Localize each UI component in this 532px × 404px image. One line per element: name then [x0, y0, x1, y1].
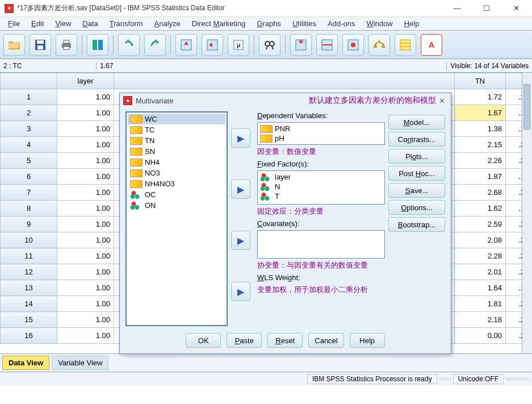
- svg-text:A: A: [429, 40, 434, 49]
- src-var-TC[interactable]: TC: [128, 124, 225, 135]
- src-var-TN[interactable]: TN: [128, 135, 225, 146]
- weight-button[interactable]: [368, 34, 390, 56]
- model-button[interactable]: Model...: [388, 115, 445, 130]
- contrasts-button[interactable]: Contrasts...: [388, 132, 445, 147]
- variable-view-tab[interactable]: Variable View: [52, 356, 108, 370]
- find-button[interactable]: [259, 34, 280, 56]
- bootstrap-button[interactable]: Bootstrap...: [388, 217, 445, 232]
- svg-text:μ: μ: [237, 41, 241, 48]
- visible-vars: Visible: 14 of 14 Variables: [446, 62, 532, 70]
- svg-rect-2: [37, 45, 43, 49]
- menu-file[interactable]: File: [2, 18, 26, 29]
- app-icon: ✦: [5, 4, 14, 13]
- help-button[interactable]: Help: [350, 333, 385, 348]
- maximize-button[interactable]: ☐: [475, 3, 498, 14]
- use-sets-button[interactable]: A: [421, 34, 442, 56]
- covariate-list[interactable]: [257, 230, 385, 259]
- menu-graphs[interactable]: Graphs: [251, 18, 287, 29]
- ff-var-N[interactable]: N: [259, 182, 383, 191]
- source-variable-list[interactable]: WCTCTNSNNH4NO3NH4NO3OCON: [125, 111, 228, 326]
- svg-point-21: [351, 43, 355, 47]
- save-button[interactable]: Save...: [388, 183, 445, 198]
- move-to-covariate-button[interactable]: ▶: [231, 231, 250, 250]
- redo-button[interactable]: [144, 34, 166, 56]
- fixed-factor-list[interactable]: layerNT: [257, 170, 385, 205]
- fixed-factor-label: Fixed Factor(s):: [257, 160, 385, 168]
- svg-line-14: [266, 46, 267, 49]
- goto-var-button[interactable]: [202, 34, 223, 56]
- menu-window[interactable]: Window: [361, 18, 398, 29]
- menu-help[interactable]: Help: [399, 18, 425, 29]
- svg-rect-1: [37, 40, 44, 44]
- minimize-button[interactable]: —: [446, 3, 468, 14]
- src-var-NH4NO3[interactable]: NH4NO3: [128, 178, 225, 189]
- menu-add-ons[interactable]: Add-ons: [322, 18, 361, 29]
- cancel-button[interactable]: Cancel: [308, 333, 344, 348]
- svg-rect-7: [98, 40, 103, 50]
- options-button[interactable]: Options...: [388, 200, 445, 215]
- svg-rect-6: [93, 40, 97, 50]
- save-button[interactable]: [30, 34, 51, 56]
- dep-var-PNR[interactable]: PNR: [259, 124, 383, 134]
- processor-status: IBM SPSS Statistics Processor is ready: [307, 374, 437, 384]
- view-tabs: Data View Variable View: [0, 353, 532, 372]
- close-button[interactable]: ✕: [505, 3, 527, 14]
- dependent-list[interactable]: PNRpH: [257, 122, 385, 145]
- data-view-tab[interactable]: Data View: [2, 356, 49, 370]
- posthoc-button[interactable]: Post Hoc...: [388, 166, 445, 181]
- open-button[interactable]: [3, 34, 25, 56]
- select-cases-button[interactable]: [342, 34, 364, 56]
- menu-transform[interactable]: Transform: [104, 18, 149, 29]
- svg-rect-5: [64, 47, 69, 49]
- print-button[interactable]: [56, 34, 77, 56]
- menu-view[interactable]: View: [49, 18, 77, 29]
- menu-analyze[interactable]: Analyze: [149, 18, 186, 29]
- src-var-SN[interactable]: SN: [128, 146, 225, 157]
- ff-var-T[interactable]: T: [259, 191, 383, 201]
- src-var-NH4[interactable]: NH4: [128, 157, 225, 168]
- src-var-ON[interactable]: ON: [128, 200, 225, 211]
- recall-dialog-button[interactable]: [87, 34, 108, 56]
- dep-var-pH[interactable]: pH: [259, 134, 383, 143]
- value-labels-button[interactable]: [395, 34, 416, 56]
- move-to-wls-button[interactable]: ▶: [231, 282, 250, 301]
- dependent-label: Dependent Variables:: [257, 111, 385, 120]
- svg-line-15: [272, 46, 273, 49]
- ff-var-layer[interactable]: layer: [259, 172, 383, 182]
- dialog-close-button[interactable]: ✕: [436, 95, 447, 106]
- goto-case-button[interactable]: [175, 34, 197, 56]
- src-var-NO3[interactable]: NO3: [128, 168, 225, 178]
- multivariate-dialog: ✦ Multivariate 默认建立多因素方差分析的饱和模型 ✕ WCTCTN…: [119, 93, 451, 354]
- vertical-scrollbar[interactable]: [522, 73, 532, 353]
- wls-annotation: 变量加权，用于加权最小二乘分析: [257, 285, 385, 295]
- ok-button[interactable]: OK: [186, 333, 221, 348]
- src-var-OC[interactable]: OC: [128, 189, 225, 200]
- toolbar: μ ✱ A: [0, 31, 532, 59]
- dialog-title: Multivariate: [136, 97, 298, 105]
- menu-bar: FileEditViewDataTransformAnalyzeDirect M…: [0, 17, 532, 31]
- undo-button[interactable]: [118, 34, 140, 56]
- menu-edit[interactable]: Edit: [26, 18, 49, 29]
- status-bar: IBM SPSS Statistics Processor is ready U…: [0, 372, 532, 385]
- paste-button[interactable]: Paste: [227, 333, 262, 348]
- variables-button[interactable]: μ: [228, 34, 249, 56]
- split-file-button[interactable]: [316, 34, 338, 56]
- menu-data[interactable]: Data: [77, 18, 103, 29]
- covariate-annotation: 协变量：与因变量有关的数值变量: [257, 260, 385, 270]
- move-to-fixed-button[interactable]: ▶: [231, 180, 250, 199]
- title-annotation: 默认建立多因素方差分析的饱和模型: [309, 95, 436, 106]
- insert-case-button[interactable]: ✱: [290, 34, 312, 56]
- menu-direct-marketing[interactable]: Direct Marketing: [186, 18, 252, 29]
- window-title: *17多因素方差分析.sav [DataSet0] - IBM SPSS Sta…: [17, 3, 446, 13]
- menu-utilities[interactable]: Utilities: [287, 18, 322, 29]
- reset-button[interactable]: Reset: [267, 333, 303, 348]
- svg-point-13: [270, 41, 274, 46]
- fixed-factor-annotation: 固定效应：分类变量: [257, 206, 385, 216]
- src-var-WC[interactable]: WC: [128, 114, 225, 124]
- move-to-dependent-button[interactable]: ▶: [231, 128, 250, 148]
- cell-value[interactable]: 1.67: [97, 62, 446, 70]
- svg-rect-22: [400, 40, 410, 50]
- plots-button[interactable]: Plots...: [388, 149, 445, 164]
- unicode-status: Unicode:OFF: [453, 374, 504, 384]
- svg-rect-4: [64, 40, 69, 43]
